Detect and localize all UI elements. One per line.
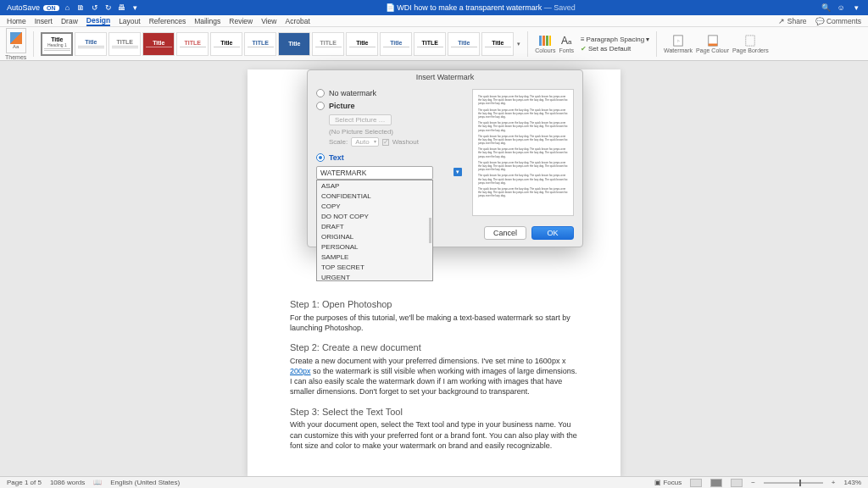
- no-picture-selected-label: (No Picture Selected): [329, 128, 464, 136]
- radio-picture[interactable]: Picture: [316, 102, 464, 110]
- chevron-down-icon[interactable]: ▾: [517, 41, 520, 47]
- dropdown-option[interactable]: CONFIDENTIAL: [317, 191, 432, 201]
- radio-no-watermark[interactable]: No watermark: [316, 89, 464, 97]
- tab-layout[interactable]: Layout: [119, 17, 141, 25]
- print-layout-button[interactable]: [710, 479, 722, 487]
- svg-rect-8: [746, 35, 755, 45]
- dropdown-option[interactable]: DO NOT COPY: [317, 211, 432, 221]
- smile-icon[interactable]: ☺: [836, 3, 846, 13]
- tab-acrobat[interactable]: Acrobat: [285, 17, 309, 25]
- radio-text[interactable]: Text: [316, 153, 464, 162]
- document-title: 📄 WDI how to make a transparent watermar…: [141, 3, 821, 12]
- tab-references[interactable]: References: [149, 17, 186, 25]
- ribbon: Aa Themes TitleHeading 1 Title TITLE Tit…: [0, 27, 868, 61]
- style-item[interactable]: Title: [448, 32, 480, 56]
- watermark-preview: The quick brown fox jumps over the lazy …: [472, 89, 574, 216]
- watermark-text-dropdown[interactable]: ASAP CONFIDENTIAL COPY DO NOT COPY DRAFT…: [316, 180, 433, 281]
- focus-button[interactable]: ▣ Focus: [654, 479, 682, 486]
- washout-label: Washout: [392, 138, 419, 146]
- autosave-label: AutoSave: [7, 3, 40, 12]
- dropdown-arrow-icon[interactable]: ▾: [453, 168, 462, 176]
- heading-step1: Step 1: Open Photoshop: [290, 298, 578, 311]
- chevron-down-icon[interactable]: ▾: [131, 3, 141, 13]
- style-item[interactable]: TITLE: [244, 32, 276, 56]
- save-icon[interactable]: 🗎: [76, 3, 86, 13]
- home-icon[interactable]: ⌂: [63, 3, 73, 13]
- ok-button[interactable]: OK: [531, 226, 574, 240]
- undo-icon[interactable]: ↺: [90, 3, 100, 13]
- language-indicator[interactable]: English (United States): [110, 479, 180, 486]
- dropdown-option[interactable]: ORIGINAL: [317, 231, 432, 241]
- style-item[interactable]: Title: [380, 32, 412, 56]
- tab-review[interactable]: Review: [229, 17, 253, 25]
- web-layout-button[interactable]: [731, 479, 743, 487]
- style-item[interactable]: Title: [75, 32, 107, 56]
- watermark-text-input[interactable]: WATERMARK: [316, 166, 433, 180]
- tab-insert[interactable]: Insert: [35, 17, 53, 25]
- style-item[interactable]: TITLE: [312, 32, 344, 56]
- tab-mailings[interactable]: Mailings: [194, 17, 220, 25]
- svg-rect-3: [549, 36, 551, 46]
- heading-step2: Step 2: Create a new document: [290, 341, 578, 354]
- tab-home[interactable]: Home: [7, 17, 26, 25]
- zoom-level[interactable]: 143%: [844, 479, 861, 486]
- scale-label: Scale:: [329, 138, 348, 146]
- zoom-in-button[interactable]: +: [832, 479, 836, 486]
- tab-draw[interactable]: Draw: [61, 17, 78, 25]
- style-item[interactable]: Title: [346, 32, 378, 56]
- title-bar: AutoSave ON ⌂ 🗎 ↺ ↻ 🖶 ▾ 📄 WDI how to mak…: [0, 0, 868, 15]
- dropdown-option[interactable]: TOP SECRET: [317, 262, 432, 272]
- scale-select: Auto: [351, 137, 378, 147]
- style-item[interactable]: TitleHeading 1: [41, 32, 73, 56]
- style-gallery[interactable]: TitleHeading 1 Title TITLE Title TITLE T…: [41, 32, 514, 56]
- dropdown-option[interactable]: ASAP: [317, 180, 432, 191]
- check-icon: ✔: [581, 45, 587, 53]
- dropdown-option[interactable]: PERSONAL: [317, 241, 432, 252]
- watermark-button[interactable]: A Watermark: [664, 35, 693, 53]
- page-indicator[interactable]: Page 1 of 5: [7, 479, 42, 486]
- spacing-icon: ≡: [581, 36, 585, 43]
- radio-icon: [316, 102, 325, 110]
- page-borders-button[interactable]: Page Borders: [732, 35, 769, 53]
- set-default-button[interactable]: ✔Set as Default: [581, 45, 649, 53]
- zoom-slider[interactable]: [764, 482, 823, 484]
- insert-watermark-dialog: Insert Watermark No watermark Picture Se…: [307, 69, 583, 247]
- svg-rect-0: [539, 36, 542, 46]
- search-icon[interactable]: 🔍: [821, 3, 831, 13]
- tab-view[interactable]: View: [261, 17, 276, 25]
- spellcheck-icon[interactable]: 📖: [93, 479, 102, 486]
- share-button[interactable]: ↗ Share: [778, 17, 806, 25]
- svg-rect-2: [546, 36, 548, 46]
- dropdown-option[interactable]: SAMPLE: [317, 252, 432, 262]
- paragraph: Create a new document with your preferre…: [290, 356, 578, 397]
- themes-button[interactable]: Aa Themes: [5, 28, 26, 60]
- comments-button[interactable]: 💬 Comments: [815, 17, 861, 25]
- style-item[interactable]: TITLE: [414, 32, 446, 56]
- colours-button[interactable]: Colours: [535, 35, 555, 53]
- tab-design[interactable]: Design: [86, 16, 110, 26]
- word-doc-icon: 📄: [386, 3, 395, 12]
- radio-icon: [316, 153, 325, 162]
- read-mode-button[interactable]: [690, 479, 702, 487]
- style-item[interactable]: TITLE: [176, 32, 209, 56]
- page-colour-button[interactable]: Page Colour: [696, 35, 729, 53]
- style-item[interactable]: Title: [481, 32, 514, 56]
- style-item[interactable]: Title: [278, 32, 310, 56]
- print-icon[interactable]: 🖶: [117, 3, 127, 13]
- dropdown-option[interactable]: URGENT: [317, 272, 432, 281]
- redo-icon[interactable]: ↻: [103, 3, 114, 13]
- autosave-toggle[interactable]: ON: [43, 5, 59, 11]
- washout-checkbox: [382, 139, 389, 146]
- paragraph-spacing-button[interactable]: ≡Paragraph Spacing ▾: [581, 36, 649, 43]
- link-200px[interactable]: 200px: [290, 367, 311, 375]
- cancel-button[interactable]: Cancel: [484, 226, 526, 240]
- dropdown-option[interactable]: DRAFT: [317, 221, 432, 231]
- style-item[interactable]: Title: [142, 32, 175, 56]
- fonts-button[interactable]: Aa Fonts: [559, 35, 574, 53]
- zoom-out-button[interactable]: −: [751, 479, 755, 486]
- style-item[interactable]: TITLE: [108, 32, 141, 56]
- style-item[interactable]: Title: [210, 32, 242, 56]
- word-count[interactable]: 1086 words: [50, 479, 85, 486]
- chevron-down-icon[interactable]: ▾: [851, 3, 861, 13]
- dropdown-option[interactable]: COPY: [317, 201, 432, 211]
